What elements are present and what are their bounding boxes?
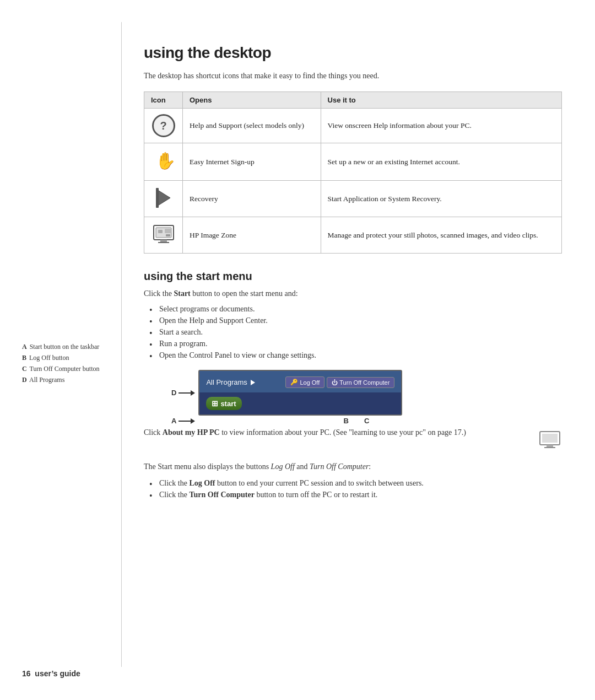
recovery-icon [152,186,175,209]
hp-pc-icon [538,428,562,453]
start-menu-intro: Click the Start button to open the start… [144,289,562,298]
svg-rect-7 [158,230,163,233]
a-label: A [171,417,176,425]
intro-text: The desktop has shortcut icons that make… [144,72,562,80]
bullet-item: Run a program. [149,340,562,348]
svg-rect-12 [547,445,553,447]
a-arrow-line [178,421,191,422]
table-row: HP Image Zone Manage and protect your st… [144,217,562,254]
internet-icon: ✋ [151,149,176,175]
d-arrow-line [178,392,191,394]
table-cell-opens-recovery: Recovery [183,181,321,217]
icon-cell-imagezone [144,217,183,254]
svg-rect-11 [542,434,558,443]
d-label: D [171,389,176,397]
start-menu-section-title: using the start menu [144,270,562,283]
start-label: start [220,400,236,408]
table-header-icon: Icon [144,92,183,109]
start-menu-top: All Programs 🔑 Log Off ⏻ Turn Off Comput… [199,371,401,392]
page-footer: 16 user’s guide [22,669,80,678]
start-menu-mock: All Programs 🔑 Log Off ⏻ Turn Off Comput… [198,370,402,416]
logoff-button: 🔑 Log Off [285,376,324,388]
bullet-logoff: Click the Log Off button to end your cur… [149,479,562,488]
all-programs-row: All Programs [206,378,255,386]
all-programs-text: All Programs [206,378,247,386]
bullet-item: Start a search. [149,328,562,337]
bullet-item: Select programs or documents. [149,305,562,314]
sidebar-label-b: B Log Off button [22,353,121,363]
icon-table: Icon Opens Use it to ? Help and Support … [144,91,562,254]
svg-rect-6 [158,242,169,243]
svg-rect-13 [544,447,555,448]
click-about-text: Click About my HP PC to view information… [144,428,527,437]
table-cell-useit-internet: Set up a new or an existing Internet acc… [321,143,561,181]
bottom-section-intro: The Start menu also displays the buttons… [144,462,562,471]
d-arrowhead [191,390,195,396]
svg-text:✋: ✋ [155,151,175,171]
table-row: ? Help and Support (select models only) … [144,109,562,143]
below-diagram: Click About my HP PC to view information… [144,428,562,453]
turnoff-label: Turn Off Computer [339,379,390,386]
start-menu-bullet-list: Select programs or documents. Open the H… [149,305,562,360]
all-programs-arrow-icon [251,380,255,385]
bottom-bullet-list: Click the Log Off button to end your cur… [149,479,562,499]
b-label: B [344,417,349,425]
a-arrowhead [191,418,195,424]
start-menu-bottom: ⊞ start [199,392,401,414]
sidebar-label-c: C Turn Off Computer button [22,364,121,374]
imagezone-icon [152,223,175,246]
table-cell-opens-imagezone: HP Image Zone [183,217,321,254]
table-row: Recovery Start Application or System Rec… [144,181,562,217]
c-label: C [364,417,369,425]
bullet-turnoff: Click the Turn Off Computer button to tu… [149,491,562,499]
start-button-mock: ⊞ start [206,397,241,410]
help-icon: ? [152,114,175,137]
table-header-opens: Opens [183,92,321,109]
table-row: ✋ Easy Internet Sign-up Set up a new or … [144,143,562,181]
icon-cell-help: ? [144,109,183,143]
bullet-item: Open the Help and Support Center. [149,316,562,325]
page-number: 16 [22,669,31,678]
table-cell-useit-recovery: Start Application or System Recovery. [321,181,561,217]
svg-marker-1 [157,190,170,206]
footer-text: user’s guide [35,669,80,678]
icon-cell-internet: ✋ [144,143,183,181]
icon-cell-recovery [144,181,183,217]
sidebar-label-a: A Start button on the taskbar [22,342,121,352]
table-header-useit: Use it to [321,92,561,109]
table-cell-opens-help: Help and Support (select models only) [183,109,321,143]
turnoff-button: ⏻ Turn Off Computer [327,377,394,388]
svg-rect-2 [156,188,159,208]
svg-rect-9 [166,234,170,236]
table-cell-useit-help: View onscreen Help information about you… [321,109,561,143]
logoff-label: Log Off [300,379,320,386]
svg-rect-8 [165,229,171,233]
start-windows-icon: ⊞ [212,399,218,408]
bullet-item: Open the Control Panel to view or change… [149,351,562,360]
start-menu-diagram: D All Programs 🔑 Log Of [171,370,562,425]
table-cell-useit-imagezone: Manage and protect your still photos, sc… [321,217,561,254]
logoff-turnoff-buttons: 🔑 Log Off ⏻ Turn Off Computer [285,376,394,388]
table-cell-opens-internet: Easy Internet Sign-up [183,143,321,181]
logoff-icon: 🔑 [290,379,298,386]
turnoff-icon: ⏻ [332,379,338,386]
sidebar-label-d: D All Programs [22,375,121,385]
svg-rect-5 [160,240,167,242]
page-title: using the desktop [144,44,562,62]
main-content: using the desktop The desktop has shortc… [121,22,595,667]
left-sidebar: A Start button on the taskbar B Log Off … [0,22,121,667]
